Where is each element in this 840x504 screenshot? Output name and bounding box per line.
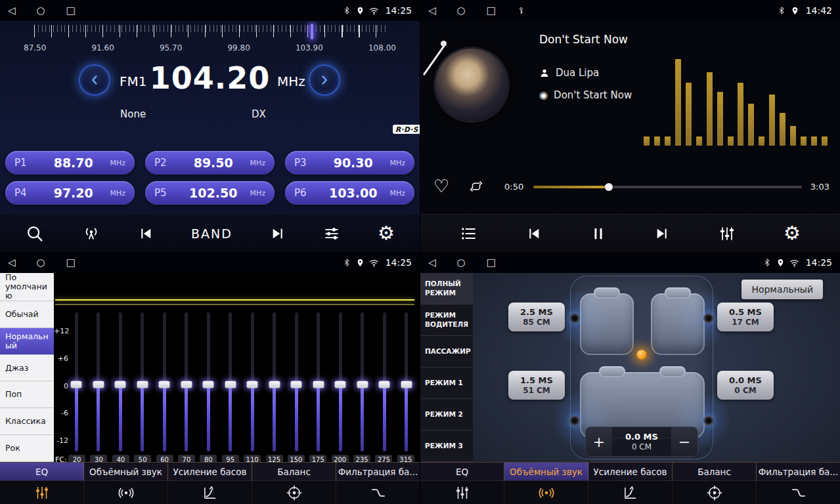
- eq-preset-item[interactable]: Джаз: [0, 355, 54, 382]
- tab-eq[interactable]: EQ: [0, 463, 84, 480]
- mode-item[interactable]: ПАССАЖИР: [420, 336, 473, 368]
- surround-tab-icon[interactable]: [84, 481, 168, 504]
- slider-handle[interactable]: [225, 381, 236, 388]
- search-button[interactable]: [25, 224, 45, 243]
- back-icon[interactable]: ◁: [8, 252, 16, 273]
- eq-band-slider[interactable]: [355, 312, 370, 452]
- preset-button[interactable]: P5102.50MHz: [145, 181, 275, 205]
- eq-band-slider[interactable]: [376, 312, 392, 452]
- eq-band-slider[interactable]: [91, 312, 106, 452]
- bass-boost-tab-icon[interactable]: [168, 481, 252, 504]
- delay-decrease-button[interactable]: −: [671, 427, 697, 456]
- eq-band-slider[interactable]: [200, 312, 216, 452]
- slider-handle[interactable]: [203, 381, 214, 388]
- tab-filter[interactable]: Фильтрация ба...: [336, 463, 420, 480]
- next-track-button[interactable]: [653, 225, 671, 242]
- favorite-button[interactable]: ♡: [433, 176, 449, 196]
- eq-band-slider[interactable]: [223, 312, 238, 452]
- mode-item[interactable]: РЕЖИМ 3: [420, 430, 473, 462]
- slider-handle[interactable]: [71, 381, 82, 388]
- eq-band-slider[interactable]: [112, 312, 128, 452]
- eq-preset-item[interactable]: Поп: [0, 381, 54, 408]
- eq-band-slider[interactable]: [244, 312, 260, 452]
- back-icon[interactable]: ◁: [8, 0, 16, 21]
- delay-button-front-right[interactable]: 0.5 MS17 CM: [717, 303, 774, 331]
- slider-handle[interactable]: [379, 381, 390, 388]
- slider-handle[interactable]: [181, 381, 192, 388]
- slider-handle[interactable]: [335, 381, 346, 388]
- tab-bass-boost[interactable]: Усиление басов: [168, 463, 252, 480]
- equalizer-button[interactable]: [718, 224, 736, 243]
- progress-bar[interactable]: [533, 186, 802, 188]
- preset-button[interactable]: P6103.00MHz: [285, 181, 414, 205]
- home-icon[interactable]: ○: [37, 0, 45, 21]
- tab-surround[interactable]: Объёмный звук: [504, 463, 588, 480]
- slider-handle[interactable]: [269, 381, 280, 388]
- eq-band-slider[interactable]: [156, 312, 172, 452]
- slider-handle[interactable]: [93, 381, 104, 388]
- settings-button[interactable]: ⚙: [378, 224, 395, 243]
- eq-preset-item[interactable]: Классика: [0, 408, 54, 435]
- tab-bass-boost[interactable]: Усиление басов: [588, 463, 673, 480]
- recents-icon[interactable]: □: [487, 252, 496, 273]
- home-icon[interactable]: ○: [37, 252, 45, 273]
- tab-filter[interactable]: Фильтрация ба...: [757, 463, 840, 480]
- settings-button[interactable]: ⚙: [784, 224, 801, 243]
- slider-handle[interactable]: [313, 381, 324, 388]
- previous-track-button[interactable]: [525, 225, 542, 242]
- tab-balance[interactable]: Баланс: [252, 463, 336, 480]
- eq-band-slider[interactable]: [135, 312, 150, 452]
- slider-handle[interactable]: [247, 381, 258, 388]
- tab-balance[interactable]: Баланс: [673, 463, 757, 480]
- mode-item[interactable]: РЕЖИМ 2: [420, 399, 473, 430]
- eq-band-slider[interactable]: [267, 312, 282, 452]
- tab-surround[interactable]: Объёмный звук: [84, 463, 168, 480]
- listening-position-dot[interactable]: [637, 350, 647, 360]
- preset-button[interactable]: P497.20MHz: [5, 181, 135, 205]
- eq-band-slider[interactable]: [399, 312, 414, 452]
- preset-button[interactable]: P390.30MHz: [285, 151, 414, 175]
- eq-preset-item[interactable]: Обычай: [0, 301, 54, 328]
- previous-station-button[interactable]: [137, 225, 154, 242]
- audio-settings-button[interactable]: [322, 224, 341, 243]
- delay-button-front-left[interactable]: 2.5 MS85 CM: [508, 303, 565, 331]
- delay-button-rear-left[interactable]: 1.5 MS51 CM: [508, 371, 565, 400]
- eq-band-slider[interactable]: [311, 312, 326, 452]
- playlist-button[interactable]: [460, 224, 478, 243]
- eq-band-slider[interactable]: [332, 312, 348, 452]
- recents-icon[interactable]: □: [66, 252, 76, 273]
- eq-band-slider[interactable]: [68, 312, 84, 452]
- surround-tab-icon[interactable]: [504, 481, 588, 504]
- slider-handle[interactable]: [291, 381, 302, 388]
- progress-knob[interactable]: [605, 183, 613, 191]
- slider-handle[interactable]: [401, 381, 412, 388]
- preset-button[interactable]: P188.70MHz: [5, 151, 135, 175]
- eq-tab-icon[interactable]: [0, 481, 84, 504]
- bass-boost-tab-icon[interactable]: [588, 481, 673, 504]
- filter-tab-icon[interactable]: [336, 481, 420, 504]
- eq-preset-item[interactable]: По умолчанию: [0, 273, 54, 301]
- slider-handle[interactable]: [159, 381, 170, 388]
- slider-handle[interactable]: [115, 381, 126, 388]
- recents-icon[interactable]: □: [66, 0, 76, 21]
- eq-band-slider[interactable]: [288, 312, 304, 452]
- eq-preset-item[interactable]: Рок: [0, 435, 54, 462]
- frequency-scale[interactable]: 87.5091.6095.7099.80103.90108.00: [24, 24, 396, 56]
- eq-preset-item[interactable]: Нормальный: [0, 328, 54, 355]
- home-icon[interactable]: ○: [457, 0, 466, 21]
- slider-handle[interactable]: [357, 381, 368, 388]
- back-icon[interactable]: ◁: [428, 252, 436, 273]
- seek-up-button[interactable]: [309, 64, 340, 96]
- broadcast-button[interactable]: [81, 224, 101, 243]
- pause-button[interactable]: [590, 225, 607, 242]
- delay-increase-button[interactable]: +: [586, 427, 612, 456]
- preset-button[interactable]: P289.50MHz: [145, 151, 275, 175]
- mode-item[interactable]: ПОЛНЫЙ РЕЖИМ: [420, 273, 473, 304]
- tab-eq[interactable]: EQ: [420, 463, 504, 480]
- back-icon[interactable]: ◁: [428, 0, 436, 21]
- filter-tab-icon[interactable]: [757, 481, 840, 504]
- repeat-button[interactable]: [469, 179, 483, 194]
- band-button[interactable]: BAND: [191, 226, 232, 241]
- mode-item[interactable]: РЕЖИМ ВОДИТЕЛЯ: [420, 304, 473, 336]
- balance-tab-icon[interactable]: [252, 481, 336, 504]
